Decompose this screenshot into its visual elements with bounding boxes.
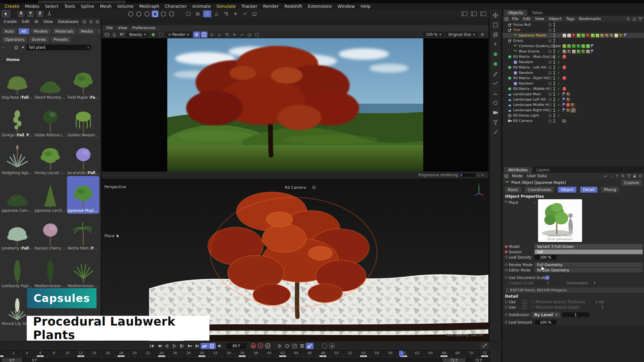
asset-plant-tile[interactable]: Globe Robinia (Fall, Pl...	[34, 101, 67, 138]
layer-toggle[interactable]	[548, 34, 552, 37]
subdivision-field[interactable]: 1	[562, 312, 589, 317]
enabled-check-icon[interactable]: ✓	[557, 113, 560, 118]
forward-arrow-icon[interactable]: →	[6, 45, 13, 50]
menubar-item-select[interactable]: Select	[42, 3, 61, 9]
ab-compare-icon[interactable]	[201, 31, 208, 38]
layer-toggle[interactable]	[548, 103, 552, 107]
asset-plant-tile[interactable]: Hedgehog Agave (Fall...	[1, 138, 34, 176]
tab-layers[interactable]: Layers	[532, 167, 554, 173]
z-axis-lock-button[interactable]: Z	[36, 11, 44, 17]
enabled-check-icon[interactable]: ✓	[557, 97, 560, 102]
menubar-item-mesh[interactable]: Mesh	[97, 3, 114, 9]
fcurve-icon[interactable]	[480, 342, 489, 349]
object-name[interactable]: Blue Grama	[519, 49, 539, 53]
object-row[interactable]: RS Matrix - Main Ground✓	[502, 54, 644, 59]
object-name[interactable]: RS Matrix - Right Hill	[513, 76, 549, 80]
attr-forward-icon[interactable]: →	[610, 174, 613, 178]
object-row[interactable]: Tree	[502, 27, 644, 33]
menubar-item-character[interactable]: Character	[162, 3, 189, 9]
record-keyframe-button[interactable]: ●	[251, 343, 256, 348]
visibility-dots[interactable]	[553, 108, 555, 112]
attr-tab-object[interactable]: Object	[558, 187, 576, 193]
range-end-field-2[interactable]: 72 F	[468, 358, 489, 362]
menubar-item-extensions[interactable]: Extensions	[305, 3, 335, 9]
goto-end-button[interactable]	[193, 343, 201, 349]
asset-plant-tile[interactable]: Kanzan Cherry (Fall, Pl...	[34, 214, 67, 251]
layer-toggle[interactable]	[548, 98, 552, 101]
flag-tag-icon[interactable]	[591, 49, 594, 53]
render-mode-dropdown[interactable]: Beauty▼	[127, 32, 149, 37]
render-settings-gear-icon[interactable]: ⚙	[479, 31, 486, 38]
info-icon[interactable]	[253, 31, 260, 38]
menubar-item-window[interactable]: Window	[335, 3, 358, 9]
season-dropdown[interactable]: Fall	[535, 250, 643, 254]
texture-swatch[interactable]	[586, 33, 590, 38]
asset-plant-tile[interactable]: Japanese Maple (Fall, ...	[67, 176, 99, 214]
keying-settings-button[interactable]: ⚙	[265, 343, 270, 348]
texture-swatch[interactable]	[586, 49, 590, 54]
ai-sparkle-icon[interactable]: ✦	[19, 45, 26, 50]
list-view-icon[interactable]	[89, 20, 93, 24]
timeline-frame-label[interactable]: 4	[26, 351, 28, 355]
asset-plant-tile[interactable]: Ginkgo (Fall, Plant)	[1, 101, 34, 138]
render-setting-dropdown[interactable]: < Render >	[166, 32, 192, 37]
timeline-frame-label[interactable]: 40	[267, 351, 271, 355]
object-row[interactable]: RS Camera	[502, 118, 644, 123]
enabled-check-icon[interactable]: ✓	[557, 55, 560, 59]
timeline-frame-label[interactable]: 48	[321, 351, 325, 355]
asset-menu-view[interactable]: View	[41, 19, 55, 25]
object-name[interactable]: Japanese Maple	[519, 33, 546, 37]
plant-expand-chevron[interactable]: ›	[535, 200, 536, 244]
object-row[interactable]: RS Matrix - Left Hill✓	[502, 65, 644, 70]
texture-swatch[interactable]	[572, 33, 576, 38]
timeline-frame-label[interactable]: 64	[429, 351, 433, 355]
timeline-frame-label[interactable]: 12	[79, 351, 83, 355]
enabled-check-icon[interactable]: ✓	[557, 81, 560, 86]
enabled-check-icon[interactable]: ✓	[557, 65, 560, 70]
layer-toggle[interactable]	[548, 66, 552, 69]
compare-wipe-icon[interactable]	[231, 31, 238, 38]
render-mode-dropdown-field[interactable]: Full Geometry	[535, 262, 643, 267]
timeline-frame-label[interactable]: 50	[334, 351, 339, 355]
spline-tool-icon[interactable]	[241, 10, 249, 17]
om-menu-tags[interactable]: Tags	[564, 16, 577, 22]
rs-tag-icon[interactable]	[566, 103, 570, 107]
menubar-item-tracker[interactable]: Tracker	[239, 3, 260, 9]
asset-plant-tile[interactable]: Lombardy Poplar (Fall...	[1, 251, 34, 289]
filter-auto[interactable]: Auto	[2, 28, 17, 34]
enabled-check-icon[interactable]: ✓	[557, 103, 560, 107]
om-filter-icon[interactable]	[638, 17, 642, 20]
document-tab[interactable]	[38, 1, 126, 3]
max-branch-use-checkbox[interactable]: ✓	[523, 305, 527, 309]
visibility-dots[interactable]	[553, 98, 555, 101]
viewport-camera-label[interactable]: RS Camera	[285, 185, 306, 190]
visibility-dots[interactable]	[553, 44, 555, 48]
panel-hamburger-icon[interactable]	[504, 17, 508, 21]
flag-tag-icon[interactable]	[624, 33, 627, 37]
rs-tag-icon[interactable]	[562, 55, 566, 59]
timeline-frame-label[interactable]: 32	[213, 351, 218, 355]
attr-menu-user-data[interactable]: User Data	[525, 173, 549, 179]
timeline-frame-label[interactable]: 52	[348, 351, 352, 355]
sphere-primitive-icon[interactable]	[491, 50, 500, 58]
asset-menu-ai[interactable]: AI	[32, 19, 41, 25]
redshift-mode-icon-4[interactable]	[160, 10, 167, 17]
om-menu-edit[interactable]: Edit	[521, 16, 533, 22]
object-name[interactable]: Random	[519, 71, 533, 75]
timeline-ruler[interactable]: 2468101214161820222426283032343638404244…	[0, 350, 489, 358]
flag-tag-icon[interactable]	[562, 103, 566, 107]
timeline-frame-label[interactable]: 2	[12, 351, 14, 355]
object-name[interactable]: Focus Null	[513, 23, 531, 27]
rs-tag-icon[interactable]	[562, 87, 566, 91]
timeline-frame-label[interactable]: 24	[159, 351, 164, 355]
layer-toggle[interactable]	[548, 23, 552, 26]
filter-media[interactable]: Media	[78, 28, 96, 34]
leaf-amount-field[interactable]: 100 %	[535, 320, 557, 325]
object-name[interactable]: Landscape Main	[513, 92, 541, 96]
timeline-frame-label[interactable]: 30	[200, 351, 204, 355]
material-ball-toggle-icon[interactable]	[150, 31, 157, 38]
enabled-check-icon[interactable]: ✓	[557, 44, 560, 48]
bend-deformer-icon[interactable]	[491, 89, 500, 97]
layer-toggle[interactable]	[548, 109, 552, 112]
select-tool-icon[interactable]	[2, 10, 10, 17]
